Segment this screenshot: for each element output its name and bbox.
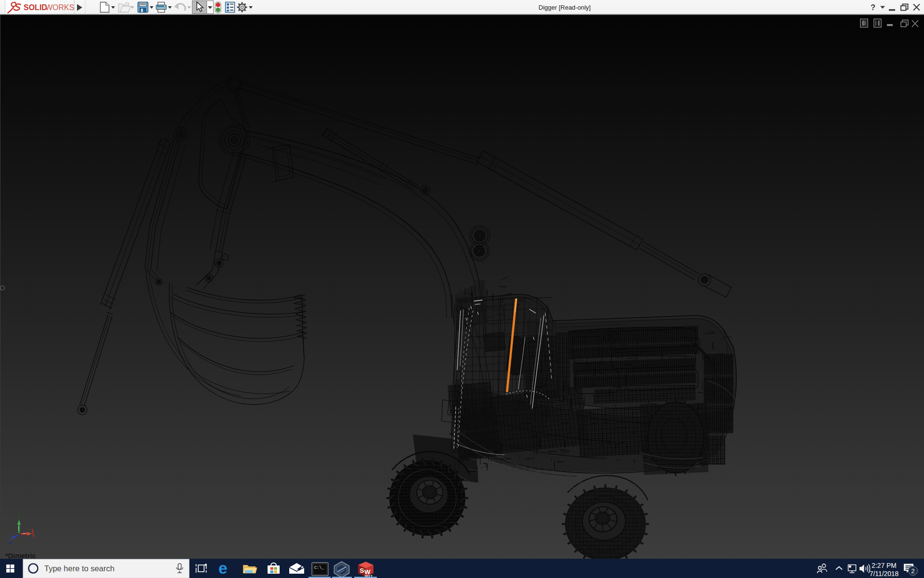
svg-text:2:27 PM: 2:27 PM — [872, 562, 896, 569]
svg-text:Type here to search: Type here to search — [44, 564, 115, 573]
svg-text:SOLID: SOLID — [24, 3, 47, 12]
svg-text:e: e — [218, 559, 227, 577]
svg-text:7/11/2018: 7/11/2018 — [870, 570, 899, 578]
svg-text:?: ? — [871, 3, 875, 12]
svg-text:S: S — [360, 567, 364, 574]
svg-text:2: 2 — [911, 567, 915, 575]
svg-text:C:\_: C:\_ — [314, 565, 324, 570]
svg-text:WORKS: WORKS — [45, 3, 74, 12]
svg-text:Digger [Read-only]: Digger [Read-only] — [539, 4, 590, 11]
